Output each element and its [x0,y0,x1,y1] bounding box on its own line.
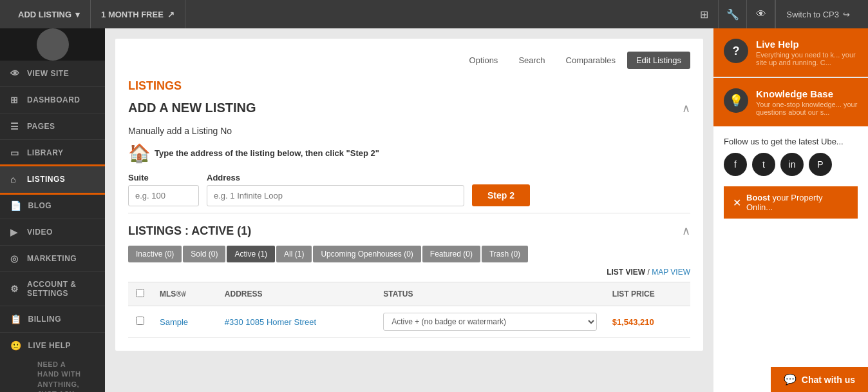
chat-button[interactable]: 💬 Chat with us [771,367,868,392]
chat-icon: 💬 [784,373,797,386]
external-link-icon: ↗ [167,10,175,19]
sidebar-label-dashboard: DASHBOARD [27,95,80,104]
filter-featured[interactable]: Featured (0) [422,246,480,262]
collapse-listings-button[interactable]: ∧ [682,224,690,238]
filter-active[interactable]: Active (1) [227,246,275,262]
add-listing-button[interactable]: ADD LISTING ▾ [8,0,91,28]
row-checkbox-cell [128,306,152,338]
wrench-icon-button[interactable]: 🔧 [719,0,747,28]
sidebar-label-video: VIDEO [27,228,53,237]
filter-sold[interactable]: Sold (0) [183,246,225,262]
settings-icon: ⚙ [10,284,21,294]
col-price: LIST PRICE [605,282,690,306]
house-icon-row: 🏠 Type the address of the listing below,… [128,142,690,164]
sidebar-item-marketing[interactable]: ◎ MARKETING [0,246,105,272]
boost-close-button[interactable]: ✕ [733,197,741,209]
right-panel: ? Live Help Everything you need to k... … [713,28,868,392]
filter-all[interactable]: All (1) [276,246,312,262]
row-address: #330 1085 Homer Street [217,306,375,338]
live-help-icon: 🙂 [10,340,22,351]
pinterest-button[interactable]: P [809,153,832,176]
status-dropdown[interactable]: Active + (no badge or watermark) Inactiv… [383,313,596,331]
tab-search[interactable]: Search [509,52,554,69]
address-input[interactable] [207,185,464,206]
address-link[interactable]: #330 1085 Homer Street [225,317,316,327]
boost-text: Boost your Property Onlin... [746,193,849,212]
listings-active-section: LISTINGS : ACTIVE (1) ∧ Inactive (0) Sol… [128,224,690,338]
view-toggle: LIST VIEW / MAP VIEW [128,268,690,277]
select-all-checkbox[interactable] [136,289,144,297]
address-label: Address [207,173,464,182]
eye-icon-button[interactable]: 👁 [747,0,775,28]
listings-icon: ⌂ [10,174,21,184]
col-address: ADDRESS [217,282,375,306]
sidebar-item-listings[interactable]: ⌂ LISTINGS [0,166,105,193]
sidebar-label-marketing: MARKETING [27,254,77,263]
filter-inactive[interactable]: Inactive (0) [128,246,182,262]
eye-icon: 👁 [10,68,21,79]
tab-edit-listings[interactable]: Edit Listings [627,52,690,69]
price-value: $1,543,210 [612,317,654,327]
sidebar-label-pages: PAGES [27,122,55,131]
map-view-toggle[interactable]: MAP VIEW [652,268,690,277]
list-view-toggle[interactable]: LIST VIEW [607,268,645,277]
col-mls: MLS®# [152,282,217,306]
sidebar-item-dashboard[interactable]: ⊞ DASHBOARD [0,87,105,113]
filter-openhouses[interactable]: Upcoming Openhouses (0) [313,246,420,262]
sidebar-item-billing[interactable]: 📋 BILLING [0,306,105,333]
marketing-icon: ◎ [10,253,21,264]
collapse-add-listing-button[interactable]: ∧ [682,101,690,115]
tab-comparables[interactable]: Comparables [557,52,625,69]
kb-icon-circle: 💡 [724,88,748,113]
suite-input[interactable] [128,185,199,206]
pages-icon: ☰ [10,121,21,132]
switch-icon: ↪ [843,10,850,19]
sidebar-item-video[interactable]: ▶ VIDEO [0,219,105,246]
tab-options[interactable]: Options [460,52,507,69]
sidebar-item-live-help[interactable]: 🙂 LIVE HELP Need a hand with anything, j… [0,333,105,392]
video-icon: ▶ [10,227,21,237]
address-group: Address [207,173,464,206]
manual-add-text: Manually add a Listing No [128,126,690,136]
sidebar-item-library[interactable]: ▭ LIBRARY [0,140,105,166]
sidebar-item-blog[interactable]: 📄 BLOG [0,193,105,219]
sidebar-item-pages[interactable]: ☰ PAGES [0,113,105,140]
free-offer-button[interactable]: 1 MONTH FREE ↗ [91,0,185,28]
sidebar-item-view-site[interactable]: 👁 VIEW SITE [0,61,105,87]
library-icon: ▭ [10,148,21,158]
kb-content: Knowledge Base Your one-stop knowledge..… [756,88,858,116]
dashboard-icon: ⊞ [10,95,21,105]
blog-icon: 📄 [10,201,22,211]
content-area: Options Search Comparables Edit Listings… [105,28,868,392]
grid-icon-button[interactable]: ⊞ [690,0,719,28]
switch-cp3-label: Switch to CP3 [786,10,839,19]
add-new-listing-section: ADD A NEW LISTING ∧ Manually add a Listi… [128,101,690,206]
chat-label: Chat with us [802,375,855,385]
row-price: $1,543,210 [605,306,690,338]
knowledge-base-box[interactable]: 💡 Knowledge Base Your one-stop knowledge… [713,78,868,126]
step-hint-text: Type the address of the listing below, t… [155,148,379,158]
main-layout: 👁 VIEW SITE ⊞ DASHBOARD ☰ PAGES ▭ LIBRAR… [0,28,868,392]
free-offer-label: 1 MONTH FREE [101,10,164,19]
row-checkbox[interactable] [136,317,144,325]
step2-button[interactable]: Step 2 [472,184,530,206]
row-status: Active + (no badge or watermark) Inactiv… [375,306,604,338]
live-help-box[interactable]: ? Live Help Everything you need to k... … [713,28,868,77]
switch-cp3-button[interactable]: Switch to CP3 ↪ [775,0,860,28]
mls-link[interactable]: Sample [160,317,188,327]
twitter-button[interactable]: t [752,153,775,176]
table-row: Sample #330 1085 Homer Street Active + (… [128,306,690,338]
linkedin-button[interactable]: in [780,153,804,176]
filter-trash[interactable]: Trash (0) [482,246,528,262]
boost-bar[interactable]: ✕ Boost your Property Onlin... [724,186,858,219]
section-title: LISTINGS [128,79,690,93]
chevron-down-icon: ▾ [75,10,80,19]
sidebar-item-account-settings[interactable]: ⚙ ACCOUNT & SETTINGS [0,272,105,306]
sidebar-label-account-settings: ACCOUNT & SETTINGS [27,280,95,298]
twitter-icon: t [762,159,765,170]
add-listing-title: ADD A NEW LISTING ∧ [128,101,690,115]
main-white-box: Options Search Comparables Edit Listings… [115,39,703,351]
sidebar-label-live-help: LIVE HELP [28,341,71,350]
sidebar: 👁 VIEW SITE ⊞ DASHBOARD ☰ PAGES ▭ LIBRAR… [0,28,105,392]
facebook-button[interactable]: f [724,153,747,176]
